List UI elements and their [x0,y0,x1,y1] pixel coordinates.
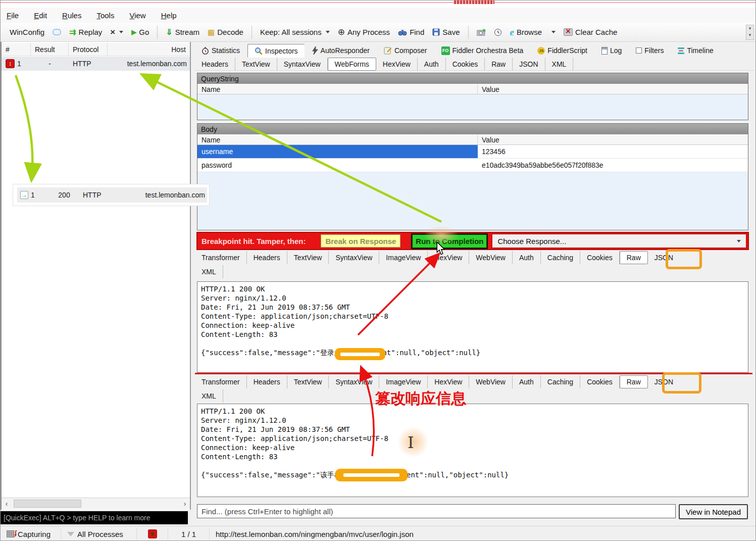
scroll-left-arrow-icon[interactable]: ‹ [2,500,12,508]
response-tab-transformer[interactable]: Transformer [195,251,247,264]
response-tab-imageview[interactable]: ImageView [379,251,428,264]
browse-button[interactable]: e Browse [508,25,544,39]
tab-fiddler-orchestra[interactable]: FO Fiddler Orchestra Beta [435,44,530,57]
request-tab-raw[interactable]: Raw [485,58,513,71]
response-tab-transformer[interactable]: Transformer [195,375,247,388]
browse-dropdown-caret [551,31,556,33]
response-tab-imageview[interactable]: ImageView [379,375,428,388]
decode-button[interactable]: ▦ Decode [206,26,245,38]
tab-autoresponder[interactable]: AutoResponder [306,44,376,57]
status-bar: Capturing All Processes ▼ 1 / 1 http://t… [1,526,756,541]
tab-inspectors[interactable]: Inspectors [247,44,305,58]
response-tab-syntaxview[interactable]: SyntaxView [329,251,379,264]
response-tab-hexview[interactable]: HexView [428,375,469,388]
clear-cache-button[interactable]: × Clear Cache [562,26,619,38]
toolbar-separator [251,26,252,39]
keep-sessions-dropdown[interactable]: Keep: All sessions [258,26,332,38]
view-in-notepad-button[interactable]: View in Notepad [679,504,748,519]
stopwatch-icon [201,47,209,55]
response-tab-xml[interactable]: XML [195,389,223,403]
scrollbar-thumb[interactable] [14,500,81,508]
body-row-username[interactable]: username 123456 [197,145,748,159]
menu-help[interactable]: Help [161,11,177,20]
tab-composer[interactable]: Composer [377,44,434,57]
response-tab-cookies[interactable]: Cookies [580,375,620,388]
tab-statistics[interactable]: Statistics [195,44,246,57]
response-tab-raw[interactable]: Raw [620,375,648,388]
menu-rules[interactable]: Rules [62,11,81,20]
tab-filters[interactable]: Filters [629,44,670,57]
menu-file[interactable]: File [7,11,19,20]
value-column-header: Value [478,135,748,144]
go-button[interactable]: ▶ Go [129,26,151,38]
replay-button[interactable]: ⇉ Replay [67,26,104,38]
response-tab-syntaxview[interactable]: SyntaxView [329,375,379,388]
session-row-completed-overlay[interactable]: → 1 200 HTTP test.lemonban.com [13,184,209,206]
menu-view[interactable]: View [129,11,145,20]
response-tab-cookies[interactable]: Cookies [580,251,620,264]
break-on-response-button[interactable]: Break on Response [321,234,400,248]
menu-tools[interactable]: Tools [96,11,114,20]
breakpoint-bar: Breakpoint hit. Tamper, then: Break on R… [196,232,749,250]
response-tab-auth[interactable]: Auth [513,251,541,264]
tab-log[interactable]: Log [595,44,628,57]
request-tab-cookies[interactable]: Cookies [446,58,485,71]
response-tab-headers[interactable]: Headers [247,251,287,264]
winconfig-button[interactable]: WinConfig [4,26,46,38]
body-row-password[interactable]: password e10adc3949ba59abbe56e057f20f883… [197,159,748,172]
clear-cache-icon: × [564,28,573,36]
request-tab-auth[interactable]: Auth [418,58,446,71]
response-tab-webview[interactable]: WebView [469,251,513,264]
response-tab-caching[interactable]: Caching [541,375,580,388]
capturing-toggle[interactable]: Capturing [1,528,61,539]
menu-bar: File Edit Rules Tools View Help [1,8,756,23]
response-tab-raw[interactable]: Raw [620,251,648,264]
quickexec-input[interactable]: [QuickExec] ALT+Q > type HELP to learn m… [1,511,188,524]
response-tab-headers[interactable]: Headers [247,375,287,388]
session-row-1[interactable]: ↕ 1 - HTTP test.lemonban.com [2,57,190,71]
toolbar-overflow-button[interactable]: ▾▾ [746,25,754,40]
choose-response-dropdown[interactable]: Choose Response... [491,233,747,249]
request-tab-webforms[interactable]: WebForms [328,58,376,71]
find-input[interactable] [197,504,676,518]
response-tab-webview[interactable]: WebView [469,375,513,388]
screenshot-button[interactable] [475,27,488,37]
request-tab-textview[interactable]: TextView [235,58,277,71]
response-tab-textview[interactable]: TextView [287,251,329,264]
request-tab-syntaxview[interactable]: SyntaxView [277,58,328,71]
filters-checkbox-icon [636,47,642,54]
process-filter-toggle[interactable]: All Processes [61,528,137,539]
breakpoint-status-button[interactable]: ▼ [137,528,168,539]
name-column-header: Name [197,135,478,144]
remove-sessions-button[interactable]: × [108,26,125,39]
tab-fiddlerscript[interactable]: JS FiddlerScript [531,44,594,57]
request-tab-xml[interactable]: XML [545,58,574,71]
tab-timeline[interactable]: Timeline [671,44,720,57]
stream-button[interactable]: ⇓ Stream [164,26,201,38]
response-tab-textview[interactable]: TextView [287,375,329,388]
request-tab-headers[interactable]: Headers [195,58,235,71]
any-process-button[interactable]: ⊕ Any Process [336,25,392,39]
session-protocol: HTTP [80,191,115,199]
browse-dropdown[interactable] [548,29,558,35]
response-raw-tampered[interactable]: HTTP/1.1 200 OK Server: nginx/1.12.0 Dat… [197,404,748,497]
menu-edit[interactable]: Edit [34,11,47,20]
timer-button[interactable] [492,27,504,38]
response-tab-auth[interactable]: Auth [513,375,541,388]
response-raw-original[interactable]: HTTP/1.1 200 OK Server: nginx/1.12.0 Dat… [197,281,748,373]
breakpoint-status-icon: ▼ [148,529,157,538]
response-tab-hexview[interactable]: HexView [428,251,469,264]
column-header-host[interactable]: Host [108,43,190,56]
request-tab-hexview[interactable]: HexView [376,58,418,71]
save-button[interactable]: Save [430,26,462,38]
response-tab-xml[interactable]: XML [195,265,223,278]
session-list-horizontal-scrollbar[interactable]: ‹ › [2,498,190,509]
find-button[interactable]: Find [396,26,426,38]
request-tab-json[interactable]: JSON [513,58,545,71]
comment-button[interactable] [51,27,63,37]
column-header-result[interactable]: Result [31,43,69,56]
column-header-number[interactable]: # [2,43,31,56]
response-tab-caching[interactable]: Caching [541,251,580,264]
scroll-right-arrow-icon[interactable]: › [180,500,190,508]
column-header-protocol[interactable]: Protocol [69,43,108,56]
